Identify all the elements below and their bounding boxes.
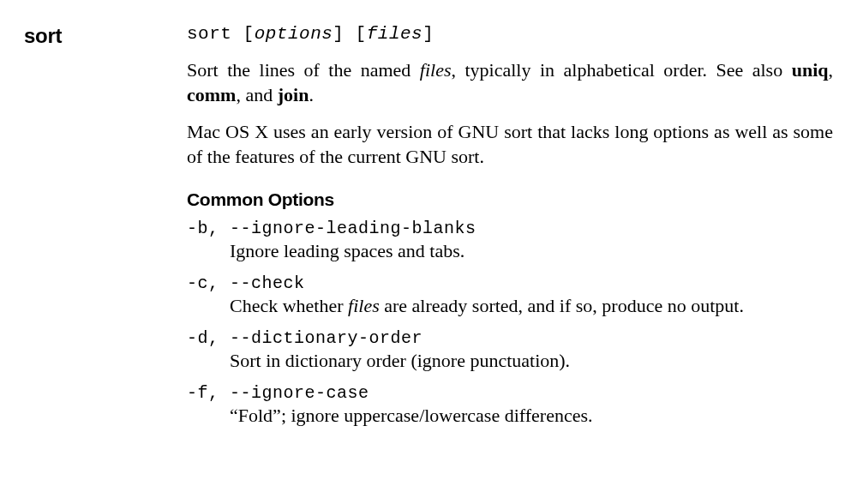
option-flag: -f,--ignore-case — [187, 383, 833, 403]
files-italic: files — [348, 295, 380, 316]
description-p2: Mac OS X uses an early version of GNU so… — [187, 119, 833, 169]
option-long: --check — [230, 273, 305, 293]
option-flag: -b,--ignore-leading-blanks — [187, 219, 833, 238]
option-d: -d,--dictionary-order Sort in dictionary… — [187, 328, 833, 373]
option-short: -f, — [187, 383, 230, 403]
text: . — [309, 84, 314, 105]
option-desc: Check whether files are already sorted, … — [230, 293, 833, 318]
synopsis-options-arg: options — [255, 24, 333, 44]
option-desc: Ignore leading spaces and tabs. — [230, 238, 833, 263]
option-long: --ignore-leading-blanks — [230, 219, 476, 238]
option-f: -f,--ignore-case “Fold”; ignore uppercas… — [187, 383, 833, 428]
ref-uniq: uniq — [792, 59, 829, 81]
synopsis: sort [options] [files] — [187, 24, 833, 44]
text: , typically in alphabetical order. See a… — [452, 59, 792, 81]
option-desc: Sort in dictionary order (ignore punctua… — [230, 348, 833, 373]
option-desc: “Fold”; ignore uppercase/lowercase diffe… — [230, 403, 833, 428]
option-long: --ignore-case — [230, 383, 369, 403]
left-column: sort — [24, 24, 187, 438]
command-name: sort — [24, 24, 187, 48]
text: Check whether — [230, 295, 348, 316]
text: , and — [236, 84, 277, 105]
synopsis-files-arg: files — [367, 24, 423, 44]
ref-comm: comm — [187, 84, 236, 105]
option-short: -d, — [187, 328, 230, 348]
option-flag: -d,--dictionary-order — [187, 328, 833, 348]
files-italic: files — [420, 59, 452, 81]
ref-join: join — [278, 84, 309, 105]
option-long: --dictionary-order — [230, 328, 423, 348]
text: Sort the lines of the named — [187, 59, 420, 81]
option-short: -c, — [187, 273, 230, 293]
right-column: sort [options] [files] Sort the lines of… — [187, 24, 833, 438]
option-short: -b, — [187, 219, 230, 238]
description-p1: Sort the lines of the named files, typic… — [187, 57, 833, 107]
synopsis-cmd: sort — [187, 24, 231, 44]
option-b: -b,--ignore-leading-blanks Ignore leadin… — [187, 219, 833, 263]
manpage: sort sort [options] [files] Sort the lin… — [24, 24, 833, 438]
text: , — [829, 59, 834, 81]
option-c: -c,--check Check whether files are alrea… — [187, 273, 833, 318]
text: are already sorted, and if so, produce n… — [380, 295, 744, 316]
section-heading: Common Options — [187, 189, 833, 210]
option-flag: -c,--check — [187, 273, 833, 293]
